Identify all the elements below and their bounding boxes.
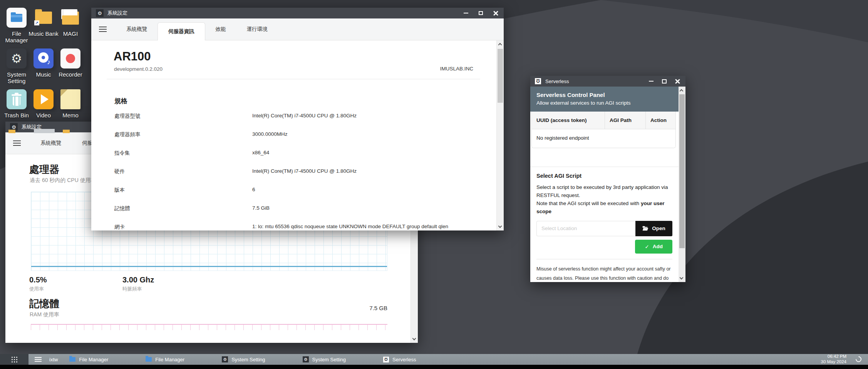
close-button[interactable]	[493, 11, 498, 16]
tab-runtime[interactable]: 運行環境	[236, 18, 278, 40]
taskbar-item-file-manager[interactable]: File Manager	[69, 357, 108, 362]
serverless-window[interactable]: Ʊ Serverless Serverless Control Panel Al…	[530, 76, 685, 282]
window-titlebar[interactable]: ⚙ 系統設定	[91, 8, 504, 18]
username-label: ixtw	[49, 357, 58, 362]
divider	[107, 79, 480, 79]
desktop-icon-music-bank[interactable]: ↗ Music Bank	[28, 8, 59, 37]
desktop-icon-music[interactable]: ♪ Music	[28, 48, 59, 78]
close-button[interactable]	[675, 79, 680, 84]
folder-icon	[69, 357, 75, 362]
record-dot-icon	[60, 48, 80, 68]
section-description: Select a script to be executed by 3rd pa…	[536, 184, 672, 200]
desktop-icon-file-manager[interactable]: File Manager	[2, 8, 32, 43]
tab-system-overview[interactable]: 系統概覽	[116, 18, 158, 40]
memory-total: 7.5 GB	[349, 305, 387, 311]
script-location-input[interactable]	[536, 221, 635, 236]
server-info-panel: AR100 development.0.2.020 IMUSLAB.INC 規格…	[91, 40, 496, 230]
taskbar-item-file-manager[interactable]: File Manager	[146, 357, 184, 362]
taskbar: ixtw File Manager File Manager ⚙ System …	[0, 354, 868, 365]
tab-performance[interactable]: 效能	[205, 18, 236, 40]
section-title: Select AGI Script	[536, 173, 672, 179]
desktop-icon-recorder[interactable]: Recorder	[55, 48, 85, 78]
cpu-section-title: 處理器	[29, 163, 59, 176]
hidden-desktop-icon-sliver	[8, 130, 15, 133]
serverless-icon: Ʊ	[383, 357, 389, 362]
spec-row: 硬件Intel(R) Core(TM) i7-4500U CPU @ 1.80G…	[114, 162, 466, 180]
hostname: AR100	[114, 50, 151, 63]
scrollbar[interactable]	[496, 40, 504, 230]
desktop-icon-video[interactable]: Video	[28, 89, 59, 119]
maximize-button[interactable]	[479, 11, 483, 15]
scroll-up-icon[interactable]	[498, 43, 502, 47]
menu-icon[interactable]	[99, 25, 107, 33]
app-launcher-button[interactable]	[0, 354, 28, 365]
window-titlebar[interactable]: Ʊ Serverless	[530, 76, 685, 87]
gear-icon: ⚙	[96, 9, 104, 17]
desktop-icon-label: System Setting	[2, 71, 32, 84]
menu-icon[interactable]	[13, 139, 21, 147]
minimize-button[interactable]	[464, 13, 468, 13]
column-uuid: UUID (access token)	[532, 112, 605, 129]
folder-icon	[146, 357, 152, 362]
hidden-desktop-icon-sliver	[63, 130, 70, 133]
desktop-icon-memo[interactable]: Memo	[55, 89, 85, 119]
ram-usage-chart	[31, 324, 387, 330]
empty-endpoint-row: No registered endpoint	[532, 129, 675, 148]
add-button[interactable]: ✓ Add	[635, 240, 672, 254]
desktop-icon-trash-bin[interactable]: Trash Bin	[2, 89, 32, 119]
specs-table: 處理器型號Intel(R) Core(TM) i7-4500U CPU @ 1.…	[114, 107, 466, 230]
scroll-down-icon[interactable]	[498, 224, 502, 228]
desktop-icon-label: Video	[28, 112, 59, 119]
gear-icon: ⚙	[303, 356, 309, 362]
settings-tabbar: 系統概覽 伺服器資訊 效能 運行環境	[91, 18, 504, 40]
desktop-icon-magi[interactable]: MAGI	[55, 8, 85, 37]
column-agi-path: AGI Path	[605, 112, 646, 129]
tab-server-info[interactable]: 伺服器資訊	[158, 22, 205, 40]
scroll-down-icon[interactable]	[412, 337, 416, 341]
file-manager-icon	[7, 8, 27, 28]
build-version: development.0.2.020	[114, 66, 163, 72]
taskbar-item-system-setting[interactable]: ⚙ System Setting	[303, 356, 346, 362]
section-note: Note that the AGI script will be execute…	[536, 200, 672, 216]
gear-icon: ⚙	[222, 356, 228, 362]
desktop-icon-system-setting[interactable]: ⚙ System Setting	[2, 48, 32, 84]
gear-icon: ⚙	[7, 48, 27, 68]
endpoint-table: UUID (access token) AGI Path Action No r…	[531, 112, 676, 148]
desktop-icon-label: Memo	[55, 112, 85, 119]
tab-system-overview[interactable]: 系統概覽	[30, 132, 72, 154]
spec-row: 處理器型號Intel(R) Core(TM) i7-4500U CPU @ 1.…	[114, 107, 466, 125]
cpu-usage-line	[31, 266, 387, 267]
clock-time: 06:42 PM	[821, 354, 847, 359]
desktop-icon-label: File Manager	[2, 30, 32, 43]
shortcut-arrow-icon: ↗	[34, 20, 39, 25]
scrollbar-thumb[interactable]	[498, 49, 503, 103]
spec-row: 處理器頻率3000.0000MHz	[114, 125, 466, 144]
taskbar-item-system-setting[interactable]: ⚙ System Setting	[222, 356, 265, 362]
trash-icon	[7, 89, 27, 109]
scroll-up-icon[interactable]	[680, 89, 684, 93]
play-icon	[34, 89, 54, 109]
desktop-icon-label: Music	[28, 71, 59, 78]
check-icon: ✓	[645, 244, 649, 250]
spec-row: 指令集x86_64	[114, 144, 466, 162]
taskbar-item-serverless[interactable]: Ʊ Serverless	[383, 357, 416, 362]
scroll-down-icon[interactable]	[680, 276, 684, 280]
endpoint-table-header: UUID (access token) AGI Path Action	[532, 112, 675, 129]
apps-grid-icon	[12, 357, 13, 358]
taskbar-menu-button[interactable]	[35, 356, 42, 363]
minimize-button[interactable]	[649, 81, 654, 82]
folder-documents-icon	[60, 8, 80, 28]
memory-section-title: 記憶體	[29, 297, 59, 311]
clock[interactable]: 06:42 PM 30 May 2024	[821, 354, 847, 365]
open-button[interactable]: Open	[635, 221, 672, 236]
scrollbar[interactable]	[679, 87, 685, 282]
maximize-button[interactable]	[662, 79, 667, 83]
disclaimer-text: Misuse of serverless function might affe…	[530, 259, 679, 282]
folder-shortcut-icon: ↗	[34, 8, 54, 28]
taskbar-bottom-strip	[0, 365, 868, 369]
system-setting-window-server-info[interactable]: ⚙ 系統設定 系統概覽 伺服器資訊 效能 運行環境 AR100 developm…	[91, 8, 504, 230]
scrollbar-thumb[interactable]	[679, 94, 685, 248]
clock-date: 30 May 2024	[821, 359, 847, 364]
music-disc-icon: ♪	[34, 48, 54, 68]
power-icon[interactable]	[855, 355, 863, 363]
